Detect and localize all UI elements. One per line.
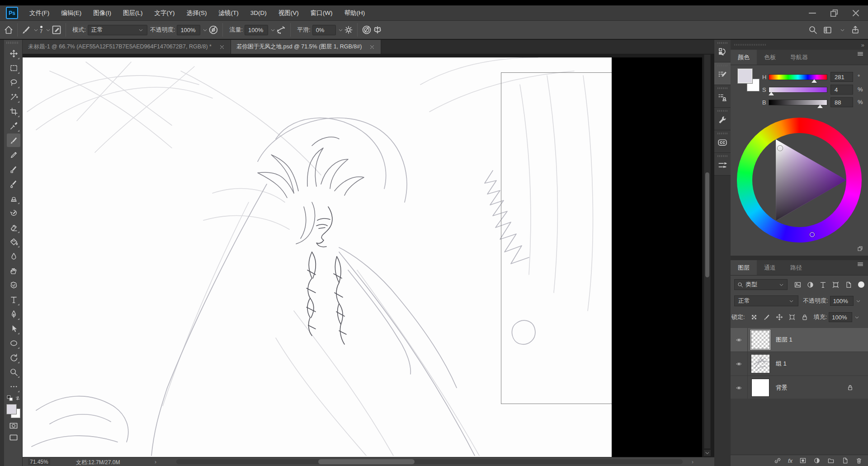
lock-position-icon[interactable] — [776, 314, 783, 321]
default-colors-swap[interactable] — [7, 395, 20, 402]
panel-menu-icon[interactable] — [856, 50, 868, 58]
clone-source-panel-button[interactable] — [714, 85, 731, 108]
layer-filter-select[interactable]: 类型 — [734, 279, 788, 290]
filter-pixel-layers-icon[interactable] — [794, 281, 802, 289]
brightness-slider[interactable] — [769, 100, 827, 105]
hue-slider[interactable] — [769, 74, 827, 80]
menu-type[interactable]: 文字(Y) — [149, 9, 181, 17]
foreground-background-swatches[interactable] — [7, 404, 20, 418]
tab-swatches[interactable]: 色板 — [757, 50, 783, 65]
canvas[interactable] — [23, 57, 612, 457]
layer-thumbnail[interactable] — [751, 379, 769, 397]
hue-slider-thumb[interactable] — [811, 79, 817, 83]
layer-opacity-input[interactable]: 100% — [830, 296, 854, 306]
lock-transparency-icon[interactable] — [750, 314, 758, 321]
link-layers-icon[interactable] — [774, 457, 781, 464]
eyedropper-tool[interactable] — [7, 119, 20, 133]
saturation-value-box[interactable]: 4 — [830, 85, 853, 95]
menu-filter[interactable]: 滤镜(T) — [213, 9, 245, 17]
filter-adjustment-layers-icon[interactable] — [807, 281, 814, 289]
close-button[interactable] — [848, 8, 863, 19]
quick-mask-button[interactable] — [7, 421, 20, 431]
visibility-toggle[interactable] — [731, 376, 748, 399]
brightness-value-box[interactable]: 88 — [830, 97, 853, 107]
tab-layers[interactable]: 图层 — [731, 260, 757, 275]
filter-shape-layers-icon[interactable] — [832, 281, 840, 289]
chevron-down-icon[interactable] — [45, 27, 51, 33]
vertical-scrollbar-thumb[interactable] — [705, 172, 709, 277]
lasso-tool[interactable] — [7, 76, 20, 89]
status-chevron-icon[interactable]: › — [155, 459, 156, 465]
lock-all-icon[interactable] — [801, 314, 808, 321]
scroll-right-arrow-icon[interactable]: › — [692, 459, 693, 465]
type-tool[interactable] — [7, 293, 20, 306]
crop-tool[interactable] — [7, 105, 20, 118]
layer-style-fx-icon[interactable]: fx — [788, 458, 793, 464]
brush-preset-icon[interactable] — [21, 25, 31, 35]
home-icon[interactable] — [4, 25, 14, 35]
ellipse-tool[interactable] — [7, 336, 20, 350]
chevron-down-icon[interactable] — [855, 298, 861, 304]
hue-value-box[interactable]: 281 — [830, 72, 853, 82]
airbrush-icon[interactable] — [276, 24, 287, 35]
chevron-down-icon[interactable] — [270, 27, 276, 33]
tab-navigator[interactable]: 导航器 — [783, 50, 815, 65]
clone-stamp-tool[interactable] — [7, 191, 20, 205]
layer-row-group1[interactable]: 组 1 — [731, 352, 868, 376]
saturation-slider[interactable] — [769, 87, 827, 93]
visibility-toggle[interactable] — [731, 328, 748, 352]
layer-thumbnail[interactable] — [751, 331, 769, 349]
minimize-button[interactable] — [805, 8, 820, 19]
photoshop-logo[interactable]: Ps — [6, 7, 18, 19]
layer-name[interactable]: 组 1 — [776, 360, 787, 368]
gear-icon[interactable] — [344, 25, 354, 35]
menu-file[interactable]: 文件(F) — [24, 9, 55, 17]
fill-input[interactable]: 100% — [829, 312, 852, 322]
chevron-down-icon[interactable] — [854, 314, 860, 320]
swap-colors-icon[interactable] — [14, 395, 21, 401]
zoom-level-field[interactable]: 71.45% — [28, 458, 50, 465]
new-layer-icon[interactable] — [841, 457, 849, 464]
brush-size-picker[interactable]: 7 — [40, 26, 42, 34]
eraser-tool[interactable] — [7, 220, 20, 234]
symmetry-butterfly-icon[interactable] — [372, 24, 383, 35]
smudge-tool[interactable] — [7, 264, 20, 277]
lock-artboard-icon[interactable] — [788, 314, 796, 321]
add-mask-icon[interactable] — [799, 457, 807, 464]
opacity-input[interactable]: 100% — [177, 25, 200, 35]
layer-blend-mode-select[interactable]: 正常 — [734, 295, 798, 306]
lock-pixels-icon[interactable] — [763, 314, 770, 321]
brush-tool[interactable] — [7, 133, 20, 147]
blend-mode-select[interactable]: 正常 — [88, 25, 147, 35]
chevron-down-icon[interactable] — [33, 27, 39, 33]
sponge-tool[interactable] — [7, 278, 20, 292]
menu-help[interactable]: 帮助(H) — [338, 9, 371, 17]
menu-layer[interactable]: 图层(L) — [117, 9, 149, 17]
close-tab-icon[interactable] — [369, 44, 375, 50]
panel-menu-icon[interactable] — [856, 260, 868, 268]
layer-row-layer1[interactable]: 图层 1 — [731, 328, 868, 352]
pressure-opacity-icon[interactable] — [208, 24, 219, 35]
menu-view[interactable]: 视图(V) — [273, 9, 305, 17]
smoothing-input[interactable]: 0% — [312, 25, 336, 35]
saturation-slider-thumb[interactable] — [769, 92, 774, 95]
share-icon[interactable] — [851, 25, 860, 34]
tool-presets-panel-button[interactable] — [714, 108, 731, 130]
path-selection-tool[interactable] — [7, 322, 20, 335]
paint-bucket-tool[interactable] — [7, 235, 20, 248]
brush-settings-toggle-icon[interactable] — [51, 24, 62, 35]
menu-edit[interactable]: 编辑(E) — [55, 9, 87, 17]
foreground-color-swatch[interactable] — [738, 69, 752, 83]
history-panel-button[interactable] — [714, 40, 731, 62]
search-icon[interactable] — [808, 25, 817, 34]
pressure-size-icon[interactable] — [361, 24, 372, 35]
chevron-down-icon[interactable] — [840, 27, 845, 33]
chevron-down-icon[interactable] — [338, 27, 344, 33]
rectangular-marquee-tool[interactable] — [7, 61, 20, 75]
brush-settings-panel-button[interactable] — [714, 62, 731, 85]
new-group-icon[interactable] — [827, 457, 835, 464]
panel-resize-icon[interactable] — [857, 245, 863, 252]
visibility-toggle[interactable] — [731, 352, 748, 376]
tab-paths[interactable]: 路径 — [783, 260, 809, 275]
menu-select[interactable]: 选择(S) — [181, 9, 213, 17]
